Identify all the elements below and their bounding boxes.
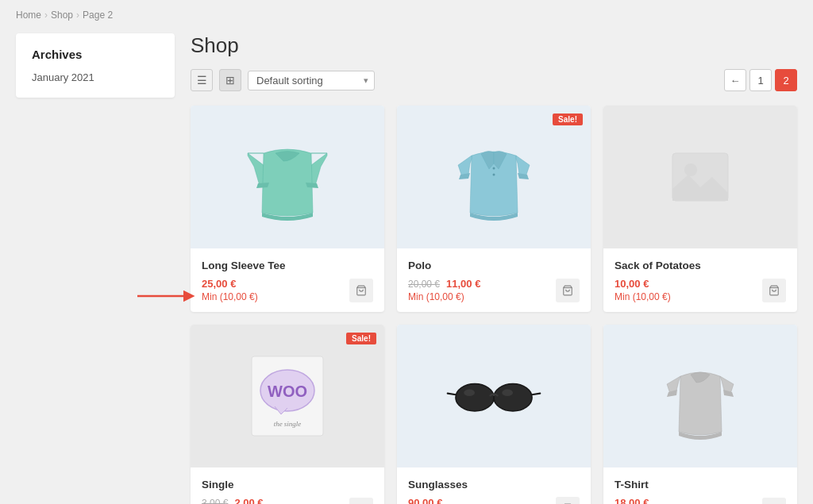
- sort-select[interactable]: Default sorting Sort by popularity Sort …: [248, 71, 375, 90]
- product-info-tshirt: T-Shirt 18,00 € Min (10,00 €): [603, 467, 797, 504]
- add-to-cart-tshirt[interactable]: [762, 498, 786, 505]
- svg-point-7: [684, 164, 697, 176]
- product-price-row-polo: 20,00 € 11,00 € Min (10,00 €): [408, 278, 580, 302]
- price-main-long-sleeve-tee: 25,00 €: [202, 278, 258, 290]
- price-block-sack-of-potatoes: 10,00 € Min (10,00 €): [615, 278, 671, 302]
- price-block-long-sleeve-tee: 25,00 € Min (10,00 €): [202, 278, 258, 302]
- product-price-row-sunglasses: 90,00 €: [408, 497, 580, 504]
- product-name-polo: Polo: [408, 260, 580, 271]
- price-main-tshirt: 18,00 €: [615, 497, 671, 504]
- price-main-sunglasses: 90,00 €: [408, 497, 442, 504]
- sidebar: Archives January 2021: [16, 33, 175, 98]
- product-card-long-sleeve-tee: Long Sleeve Tee 25,00 € Min (10,00 €): [191, 106, 384, 312]
- breadcrumb-home[interactable]: Home: [16, 10, 41, 21]
- archive-jan-2021[interactable]: January 2021: [32, 71, 94, 83]
- add-to-cart-sack-of-potatoes[interactable]: [762, 279, 786, 302]
- main-content: Shop ☰ ⊞ Default sorting Sort by popular…: [191, 33, 797, 504]
- main-layout: Archives January 2021 Shop ☰ ⊞ Default s…: [16, 33, 797, 504]
- price-block-sunglasses: 90,00 €: [408, 497, 442, 504]
- tshirt-icon: [653, 344, 748, 448]
- svg-point-3: [493, 167, 495, 170]
- page-wrapper: Home › Shop › Page 2 Archives January 20…: [0, 0, 813, 504]
- breadcrumb-sep2: ›: [76, 10, 79, 21]
- price-old-polo: 20,00 €: [408, 279, 440, 290]
- product-name-sunglasses: Sunglasses: [408, 479, 580, 491]
- polo-icon: [446, 125, 541, 229]
- price-sale-row-polo: 20,00 € 11,00 €: [408, 278, 480, 290]
- add-to-cart-long-sleeve-tee[interactable]: [349, 279, 373, 302]
- cart-icon: [356, 285, 367, 296]
- products-grid: Long Sleeve Tee 25,00 € Min (10,00 €): [191, 106, 797, 504]
- svg-text:WOO: WOO: [268, 383, 307, 400]
- price-block-polo: 20,00 € 11,00 € Min (10,00 €): [408, 278, 480, 302]
- product-wrapper-sack-of-potatoes: Sack of Potatoes 10,00 € Min (10,00 €): [603, 106, 797, 312]
- sale-badge-single: Sale!: [346, 333, 376, 344]
- product-image-single: Sale! WOO the singl: [191, 325, 384, 467]
- product-card-single: Sale! WOO the singl: [191, 325, 384, 504]
- pagination-page-1[interactable]: 1: [749, 69, 772, 91]
- product-name-tshirt: T-Shirt: [615, 479, 786, 491]
- pagination-prev[interactable]: ←: [724, 69, 746, 91]
- product-wrapper-single: Sale! WOO the singl: [191, 325, 384, 504]
- price-old-single: 3,00 €: [202, 498, 228, 505]
- svg-point-15: [494, 384, 532, 411]
- product-info-sunglasses: Sunglasses 90,00 €: [397, 467, 591, 504]
- product-wrapper-tshirt: T-Shirt 18,00 € Min (10,00 €): [603, 325, 797, 504]
- product-image-sunglasses: [397, 325, 591, 467]
- shop-toolbar: ☰ ⊞ Default sorting Sort by popularity S…: [191, 69, 797, 91]
- svg-point-20: [502, 389, 513, 396]
- price-block-tshirt: 18,00 € Min (10,00 €): [615, 497, 671, 504]
- price-main-polo: 11,00 €: [446, 278, 480, 290]
- product-info-polo: Polo 20,00 € 11,00 € Min (10,00 €): [397, 248, 591, 312]
- svg-point-14: [456, 384, 494, 411]
- price-main-sack-of-potatoes: 10,00 €: [615, 278, 671, 290]
- product-image-long-sleeve-tee: [191, 106, 384, 248]
- cart-icon: [769, 285, 780, 296]
- product-price-row-tshirt: 18,00 € Min (10,00 €): [615, 497, 786, 504]
- product-wrapper-long-sleeve-tee: Long Sleeve Tee 25,00 € Min (10,00 €): [191, 106, 384, 312]
- pagination-page-2[interactable]: 2: [775, 69, 797, 91]
- price-sale-row-single: 3,00 € 2,00 €: [202, 497, 264, 504]
- svg-point-4: [493, 174, 495, 176]
- breadcrumb-sep1: ›: [44, 10, 48, 21]
- breadcrumb-current: Page 2: [83, 10, 113, 21]
- svg-text:the single: the single: [274, 420, 302, 428]
- svg-point-19: [464, 389, 475, 396]
- product-price-row-long-sleeve-tee: 25,00 € Min (10,00 €): [202, 278, 373, 302]
- product-wrapper-sunglasses: Sunglasses 90,00 €: [397, 325, 591, 504]
- product-price-row-single: 3,00 € 2,00 € Min (10,00 €): [202, 497, 373, 504]
- product-price-row-sack-of-potatoes: 10,00 € Min (10,00 €): [615, 278, 786, 302]
- woo-icon: WOO the single: [240, 344, 335, 448]
- product-info-long-sleeve-tee: Long Sleeve Tee 25,00 € Min (10,00 €): [191, 248, 384, 312]
- svg-line-17: [448, 394, 456, 395]
- toolbar-left: ☰ ⊞ Default sorting Sort by popularity S…: [191, 69, 375, 91]
- product-card-tshirt: T-Shirt 18,00 € Min (10,00 €): [603, 325, 797, 504]
- price-min-long-sleeve-tee: Min (10,00 €): [202, 291, 258, 302]
- breadcrumb-shop[interactable]: Shop: [51, 10, 73, 21]
- product-name-sack-of-potatoes: Sack of Potatoes: [615, 260, 786, 271]
- sunglasses-icon: [446, 344, 541, 448]
- view-grid-button[interactable]: ⊞: [219, 69, 241, 91]
- archives-title: Archives: [32, 48, 159, 61]
- price-min-polo: Min (10,00 €): [408, 291, 480, 302]
- price-min-sack-of-potatoes: Min (10,00 €): [615, 291, 671, 302]
- placeholder-icon: [669, 149, 732, 205]
- cart-icon: [562, 285, 573, 296]
- view-list-button[interactable]: ☰: [191, 69, 213, 91]
- product-name-long-sleeve-tee: Long Sleeve Tee: [202, 260, 373, 271]
- price-block-single: 3,00 € 2,00 € Min (10,00 €): [202, 497, 264, 504]
- sale-badge-polo: Sale!: [553, 113, 583, 125]
- archives-widget: Archives January 2021: [16, 33, 175, 98]
- add-to-cart-polo[interactable]: [556, 279, 580, 302]
- product-wrapper-polo: Sale!: [397, 106, 591, 312]
- breadcrumb: Home › Shop › Page 2: [16, 10, 797, 21]
- sort-wrapper: Default sorting Sort by popularity Sort …: [248, 71, 375, 90]
- shop-title: Shop: [191, 33, 797, 58]
- product-image-sack-of-potatoes: [603, 106, 797, 248]
- product-name-single: Single: [202, 479, 373, 491]
- product-info-sack-of-potatoes: Sack of Potatoes 10,00 € Min (10,00 €): [603, 248, 797, 312]
- add-to-cart-sunglasses[interactable]: [556, 497, 580, 504]
- add-to-cart-single[interactable]: [349, 498, 373, 505]
- product-image-polo: Sale!: [397, 106, 591, 248]
- product-card-polo: Sale!: [397, 106, 591, 312]
